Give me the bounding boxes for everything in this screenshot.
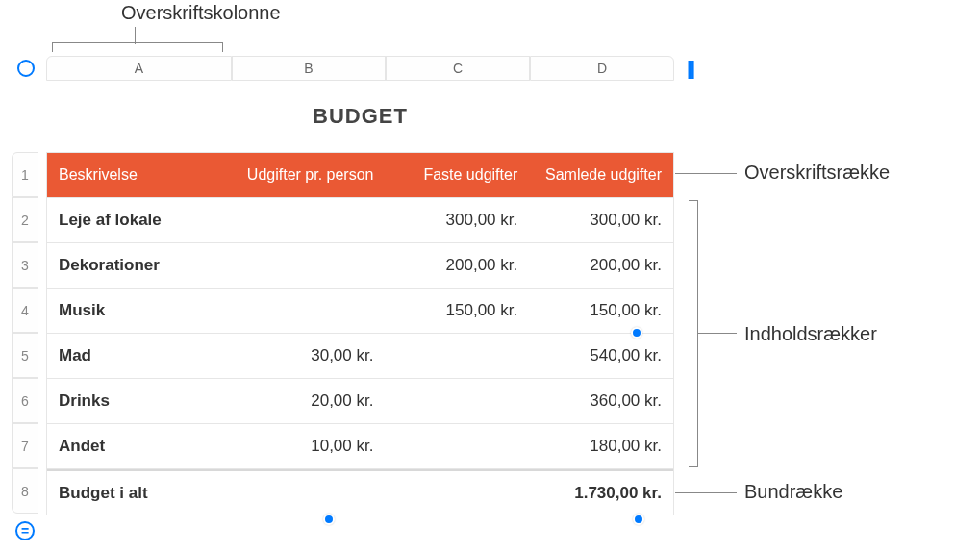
cell-total[interactable]: 540,00 kr. — [529, 334, 673, 378]
row-headers: 1 2 3 4 5 6 7 8 — [12, 152, 38, 514]
column-headers: A B C D — [46, 56, 674, 81]
add-row-icon[interactable]: = — [15, 521, 35, 540]
table-row: Drinks 20,00 kr. 360,00 kr. — [47, 379, 673, 424]
header-row: Beskrivelse Udgifter pr. person Faste ud… — [47, 153, 673, 198]
cell-description[interactable]: Dekorationer — [47, 243, 232, 288]
row-header-4[interactable]: 4 — [12, 288, 38, 333]
footer-row: Budget i alt 1.730,00 kr. — [47, 469, 673, 515]
cell-total[interactable]: 360,00 kr. — [529, 379, 673, 423]
cell-per-person[interactable]: 30,00 kr. — [232, 334, 386, 378]
cell-fixed[interactable]: 150,00 kr. — [385, 289, 529, 333]
cell-fixed[interactable]: 200,00 kr. — [385, 243, 529, 288]
cell-total[interactable]: 300,00 kr. — [529, 198, 673, 242]
cell-description[interactable]: Leje af lokale — [47, 198, 232, 242]
callout-body-rows: Indholdsrækker — [744, 323, 877, 345]
callout-bracket — [689, 200, 698, 467]
cell-fixed[interactable] — [385, 334, 529, 378]
row-header-6[interactable]: 6 — [12, 378, 38, 423]
cell-per-person[interactable] — [232, 198, 386, 242]
cell-total[interactable]: 200,00 kr. — [529, 243, 673, 288]
callout-header-column: Overskriftskolonne — [121, 2, 281, 24]
column-header-c[interactable]: C — [386, 56, 530, 81]
selection-handle-icon[interactable] — [631, 327, 642, 339]
callout-line — [675, 173, 737, 174]
column-header-d[interactable]: D — [530, 56, 674, 81]
cell-per-person[interactable]: 20,00 kr. — [232, 379, 386, 423]
cell-description[interactable]: Mad — [47, 334, 232, 378]
cell-fixed[interactable] — [385, 424, 529, 468]
callout-header-row: Overskriftsrække — [744, 162, 890, 184]
callout-bracket — [52, 42, 223, 52]
footer-empty[interactable] — [385, 471, 529, 515]
cell-description[interactable]: Andet — [47, 424, 232, 468]
table-row: Andet 10,00 kr. 180,00 kr. — [47, 424, 673, 469]
header-total[interactable]: Samlede udgifter — [529, 153, 673, 197]
row-header-2[interactable]: 2 — [12, 197, 38, 242]
column-header-b[interactable]: B — [232, 56, 386, 81]
selection-handle-icon[interactable] — [633, 514, 644, 525]
table: Beskrivelse Udgifter pr. person Faste ud… — [46, 152, 674, 515]
footer-total[interactable]: 1.730,00 kr. — [529, 471, 673, 515]
callout-line — [698, 333, 737, 334]
table-row: Musik 150,00 kr. 150,00 kr. — [47, 289, 673, 334]
row-header-8[interactable]: 8 — [12, 468, 38, 514]
selection-handle-icon[interactable] — [323, 514, 335, 525]
cell-description[interactable]: Drinks — [47, 379, 232, 423]
row-header-3[interactable]: 3 — [12, 242, 38, 288]
callout-line — [675, 492, 737, 493]
cell-total[interactable]: 150,00 kr. — [529, 289, 673, 333]
footer-empty[interactable] — [232, 471, 386, 515]
table-menu-icon[interactable] — [17, 60, 35, 77]
table-title[interactable]: BUDGET — [46, 104, 674, 129]
callout-footer-row: Bundrække — [744, 481, 842, 503]
header-per-person[interactable]: Udgifter pr. person — [232, 153, 386, 197]
column-header-a[interactable]: A — [46, 56, 232, 81]
row-header-1[interactable]: 1 — [12, 152, 38, 197]
cell-fixed[interactable] — [385, 379, 529, 423]
table-row: Dekorationer 200,00 kr. 200,00 kr. — [47, 243, 673, 289]
row-header-7[interactable]: 7 — [12, 423, 38, 468]
table-row: Leje af lokale 300,00 kr. 300,00 kr. — [47, 198, 673, 243]
add-column-icon[interactable]: || — [687, 58, 693, 80]
cell-per-person[interactable] — [232, 289, 386, 333]
cell-total[interactable]: 180,00 kr. — [529, 424, 673, 468]
cell-description[interactable]: Musik — [47, 289, 232, 333]
row-header-5[interactable]: 5 — [12, 333, 38, 378]
cell-fixed[interactable]: 300,00 kr. — [385, 198, 529, 242]
header-description[interactable]: Beskrivelse — [47, 153, 232, 197]
table-row: Mad 30,00 kr. 540,00 kr. — [47, 334, 673, 379]
cell-per-person[interactable] — [232, 243, 386, 288]
cell-per-person[interactable]: 10,00 kr. — [232, 424, 386, 468]
footer-label[interactable]: Budget i alt — [47, 471, 232, 515]
header-fixed[interactable]: Faste udgifter — [385, 153, 529, 197]
